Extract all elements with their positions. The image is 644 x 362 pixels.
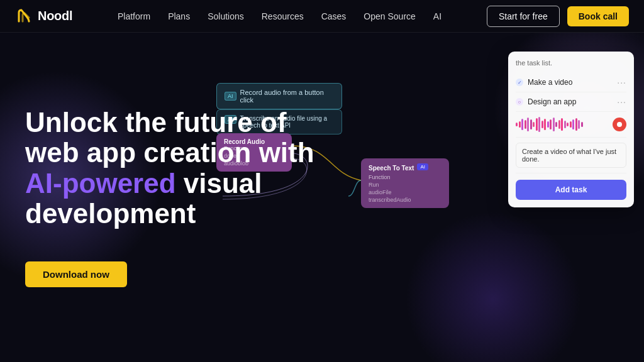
waveform-bar xyxy=(536,118,538,131)
waveform-bar xyxy=(567,123,569,126)
nav-links: Platform Plans Solutions Resources Cases… xyxy=(118,11,441,22)
node-prompt-text: Record audio from a button click xyxy=(240,89,334,104)
node-run-label: Run xyxy=(369,182,441,188)
logo[interactable]: Noodl xyxy=(15,8,72,25)
waveform-bar xyxy=(519,121,521,128)
hero-title-line4: development xyxy=(25,198,196,229)
node-transcribed-label: transcribedAudio xyxy=(369,197,441,203)
navbar: Noodl Platform Plans Solutions Resources… xyxy=(0,0,644,33)
waveform-bar xyxy=(541,121,543,128)
prompt-ai-badge: AI xyxy=(225,92,236,101)
node-audiofile-label: audioFile xyxy=(369,189,441,195)
waveform-bar xyxy=(516,123,518,126)
hero-title-accent: AI-powered xyxy=(25,168,176,199)
task-panel: the task list. ✓ Make a video ··· ○ Desi… xyxy=(508,52,634,207)
task-item-2: ○ Design an app ··· xyxy=(516,92,626,112)
nav-item-solutions[interactable]: Solutions xyxy=(208,11,244,22)
nav-item-open-source[interactable]: Open Source xyxy=(364,11,416,22)
waveform-bar xyxy=(555,122,557,127)
waveform-bar xyxy=(530,119,532,129)
noodl-logo-icon xyxy=(15,8,33,25)
node-speech-title: Speech To Text xyxy=(369,165,414,172)
task-label-2: Design an app xyxy=(528,97,576,106)
waveform-bar xyxy=(575,118,577,131)
task-menu-1[interactable]: ··· xyxy=(617,77,626,87)
task-menu-2[interactable]: ··· xyxy=(617,97,626,107)
download-now-button[interactable]: Download now xyxy=(25,261,127,287)
waveform-bar xyxy=(538,117,540,132)
nav-item-cases[interactable]: Cases xyxy=(321,11,347,22)
node-speech-subtitle: Function xyxy=(369,174,441,180)
waveform-bar xyxy=(558,120,560,129)
nav-item-ai[interactable]: AI xyxy=(433,11,441,22)
hero-title-line2: web app creation with xyxy=(25,137,314,168)
hero-title-line1: Unlock the future of xyxy=(25,107,287,138)
record-dot xyxy=(617,122,622,127)
task-input-box[interactable]: Create a video of what I've just done. xyxy=(516,143,626,168)
waveform-bar xyxy=(521,119,523,130)
hero-title-line3: visual xyxy=(176,168,262,199)
nav-item-resources[interactable]: Resources xyxy=(262,11,304,22)
waveform-bar xyxy=(572,119,574,129)
book-call-button[interactable]: Book call xyxy=(567,6,629,26)
node-ai-badge: AI xyxy=(417,163,428,170)
hero-content: Unlock the future of web app creation wi… xyxy=(0,107,327,288)
waveform-visual xyxy=(516,117,609,132)
nav-actions: Start for free Book call xyxy=(487,6,629,27)
hero-section: Unlock the future of web app creation wi… xyxy=(0,33,644,362)
waveform-bar xyxy=(544,119,546,130)
waveform-bar xyxy=(570,121,572,128)
waveform-bar xyxy=(564,121,566,128)
logo-text: Noodl xyxy=(38,9,72,23)
waveform-bar xyxy=(581,122,583,127)
waveform-bar xyxy=(527,118,529,131)
start-free-button[interactable]: Start for free xyxy=(487,6,560,27)
task-panel-title: the task list. xyxy=(516,59,626,67)
waveform-bar xyxy=(578,120,580,129)
nav-item-plans[interactable]: Plans xyxy=(168,11,190,22)
waveform-bar xyxy=(525,120,526,129)
waveform-bar xyxy=(553,118,555,131)
waveform-bar xyxy=(547,121,549,128)
record-button[interactable] xyxy=(613,118,626,131)
add-task-button[interactable]: Add task xyxy=(516,180,626,200)
task-item-1: ✓ Make a video ··· xyxy=(516,73,626,92)
nav-item-platform[interactable]: Platform xyxy=(118,11,150,22)
node-speech-to-text: Speech To Text AI Function Run audioFile… xyxy=(361,158,449,208)
hero-title: Unlock the future of web app creation wi… xyxy=(25,107,327,229)
task-item-2-left: ○ Design an app xyxy=(516,97,576,106)
task-dot-2: ○ xyxy=(516,98,523,106)
task-dot-1: ✓ xyxy=(516,79,523,86)
waveform-bar xyxy=(550,119,552,129)
task-label-1: Make a video xyxy=(528,78,572,87)
task-item-1-left: ✓ Make a video xyxy=(516,78,572,87)
task-input-area: Create a video of what I've just done. xyxy=(516,138,626,173)
waveform-bar xyxy=(561,118,563,131)
waveform-row xyxy=(516,112,626,138)
node-prompt: AI Record audio from a button click xyxy=(216,83,342,109)
waveform-bar xyxy=(533,122,535,127)
